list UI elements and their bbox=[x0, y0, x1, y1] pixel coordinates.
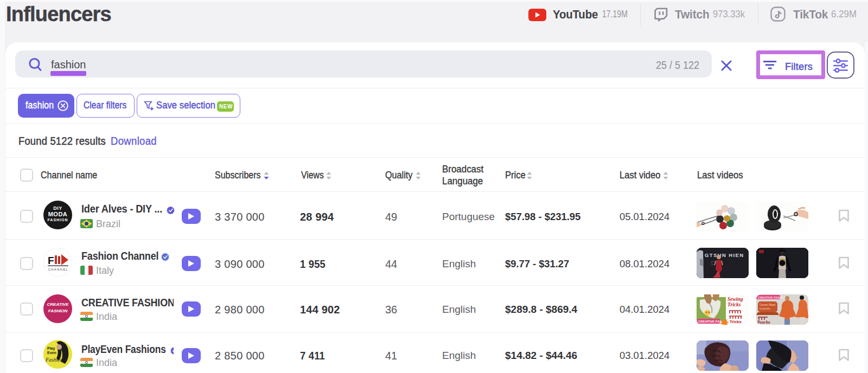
svg-text:Fashion: Fashion bbox=[45, 357, 63, 363]
svg-text:CHANNEL: CHANNEL bbox=[48, 268, 68, 271]
svg-text:F: F bbox=[48, 255, 54, 266]
svg-text:Poncho: Poncho bbox=[757, 320, 770, 325]
svg-text:Even: Even bbox=[47, 351, 56, 355]
svg-text:CREATIVE FASHION: CREATIVE FASHION bbox=[758, 296, 787, 299]
svg-text:GTSUN HIEN: GTSUN HIEN bbox=[705, 252, 744, 258]
svg-text:Play: Play bbox=[47, 346, 55, 351]
svg-text:Sewing: Sewing bbox=[727, 297, 743, 302]
svg-text:Tricks: Tricks bbox=[727, 302, 741, 307]
svg-text:Convert Shawl: Convert Shawl bbox=[760, 304, 775, 306]
svg-text:Tricks: Tricks bbox=[730, 319, 742, 324]
svg-text:to poncho: to poncho bbox=[760, 307, 770, 310]
